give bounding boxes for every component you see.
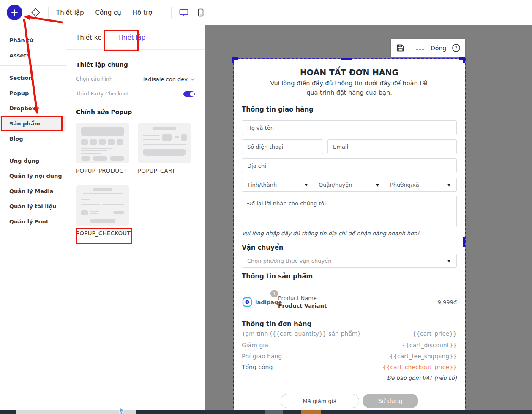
ward-placeholder: Phường/xã — [390, 182, 419, 188]
thumb-shape — [81, 202, 124, 202]
sidebar-item-quan-ly-media[interactable]: Quản lý Media — [0, 183, 66, 199]
thumb-shape — [90, 139, 97, 145]
popup-cart-cell: POPUP_CART — [138, 123, 191, 174]
chevron-down-icon — [190, 78, 195, 81]
add-element-button[interactable]: + — [7, 5, 22, 20]
name-field[interactable]: Họ và tên — [242, 120, 457, 135]
thumb-shape — [99, 139, 106, 145]
popup-subtitle-line2: quá trình đặt hàng của bạn. — [234, 89, 465, 96]
sidebar-item-quan-ly-tai-lieu[interactable]: Quản lý tài liệu — [0, 199, 66, 214]
sidebar-item-quan-ly-noi-dung[interactable]: Quản lý nội dung — [0, 168, 66, 183]
checkout-popup[interactable]: HOÀN TẤT ĐƠN HÀNG Vui lòng điền đầy đủ t… — [234, 59, 465, 411]
phone-field[interactable]: Số điện thoại — [242, 139, 323, 154]
order-row-value: {{cart_fee_shipping}} — [390, 353, 457, 360]
region-select-row: Tỉnh/thành▼ Quận/huyện▼ Phường/xã▼ — [242, 178, 457, 192]
help-icon[interactable]: ? — [452, 44, 461, 52]
thumb-shape — [143, 135, 160, 136]
sidebar-item-ung-dung[interactable]: Ứng dụng — [0, 153, 66, 168]
layers-icon[interactable] — [31, 8, 41, 17]
province-select[interactable]: Tỉnh/thành▼ — [242, 182, 314, 188]
address-field[interactable]: Địa chỉ — [242, 158, 457, 173]
shipping-method-heading: Vận chuyển — [242, 244, 284, 251]
shipping-info-heading: Thông tin giao hàng — [242, 106, 314, 113]
vat-note: Đã bao gồm VAT (nếu có) — [387, 375, 457, 381]
config-select[interactable]: ladisale con dev — [143, 76, 195, 82]
general-settings-heading: Thiết lập chung — [76, 50, 195, 68]
email-field[interactable]: Email — [327, 139, 457, 154]
thumb-shape — [113, 211, 124, 214]
thumb-shape — [108, 139, 115, 145]
thumb-shape — [81, 199, 90, 200]
email-placeholder: Email — [333, 144, 348, 150]
ladipage-icon — [242, 297, 253, 308]
popup-cart-thumbnail[interactable] — [138, 123, 191, 163]
province-placeholder: Tỉnh/thành — [247, 182, 277, 188]
thumb-shape — [175, 136, 179, 138]
toggle-knob — [190, 92, 194, 96]
sidebar-item-san-pham[interactable]: Sản phẩm — [0, 116, 66, 131]
phone-placeholder: Số điện thoại — [247, 144, 283, 150]
shipping-method-select[interactable]: Chọn phương thức vận chuyển▼ — [242, 254, 457, 268]
menu-ho-tro[interactable]: Hỗ trợ — [133, 9, 152, 16]
taskbar-sliver — [0, 410, 532, 414]
close-button[interactable]: Đóng — [431, 45, 446, 52]
sidebar-item-section[interactable]: Section — [0, 70, 66, 85]
third-party-checkout-toggle[interactable] — [183, 91, 195, 97]
popup-checkout-cell: POPUP_CHECKOUT — [76, 185, 129, 237]
taskbar-segment[interactable] — [265, 410, 283, 414]
order-row-label: Phí giao hàng — [242, 353, 282, 360]
edit-popup-heading: Chỉnh sửa Popup — [76, 109, 195, 115]
thumb-shape — [110, 156, 124, 161]
sidebar-item-popup[interactable]: Popup — [0, 85, 66, 101]
toolbar-divider — [171, 7, 172, 18]
desktop-view-icon[interactable] — [179, 8, 188, 17]
order-row-label: Tạm tính ({{cart_quantity}} sản phẩm) — [242, 330, 360, 337]
thumb-shape — [90, 213, 98, 214]
panel-tabbar: Thiết kế Thiết lập — [66, 25, 205, 50]
order-total-label: Tổng cộng — [242, 364, 273, 370]
tab-thiet-lap[interactable]: Thiết lập — [118, 34, 146, 41]
thumb-shape — [93, 188, 112, 191]
sidebar-item-blog[interactable]: Blog — [0, 131, 66, 146]
message-textarea[interactable]: Để lại lời nhắn cho chúng tôi — [242, 196, 457, 227]
taskbar-window[interactable] — [16, 410, 136, 414]
menu-thiet-lap[interactable]: Thiết lập — [56, 9, 84, 16]
thumb-shape — [83, 193, 123, 194]
save-button[interactable] — [391, 39, 410, 57]
sidebar-item-phan-tu[interactable]: Phần tử — [0, 33, 66, 48]
sidebar-item-quan-ly-font[interactable]: Quản lý Font — [0, 214, 66, 229]
sidebar-item-assets[interactable]: Assets — [0, 48, 66, 63]
coupon-code-input[interactable]: Mã giảm giá — [281, 394, 359, 408]
thumb-shape — [81, 139, 88, 145]
name-placeholder: Họ và tên — [247, 125, 274, 131]
order-info-heading: Thông tin đơn hàng — [242, 320, 311, 328]
shipping-method-placeholder: Chọn phương thức vận chuyển▼ — [242, 258, 456, 264]
ward-select[interactable]: Phường/xã▼ — [385, 182, 456, 188]
address-note: Vui lòng nhập đầy đủ thông tin địa chỉ đ… — [242, 230, 457, 237]
product-name: Product Name — [278, 295, 317, 301]
apply-coupon-button[interactable]: Sử dụng — [363, 394, 418, 408]
popup-title: HOÀN TẤT ĐƠN HÀNG — [234, 68, 465, 77]
popup-product-thumbnail[interactable] — [76, 123, 129, 163]
order-row-value: {{cart_price}} — [412, 330, 457, 337]
caret-down-icon: ▼ — [305, 183, 308, 187]
canvas-toolbar: Đóng ? — [391, 39, 465, 57]
sidebar-item-dropbox[interactable]: Dropbox — [0, 101, 66, 116]
tab-thiet-ke[interactable]: Thiết kế — [76, 34, 102, 41]
taskbar-segment[interactable] — [301, 410, 321, 414]
third-party-checkout-label: Third Party Checkout — [76, 91, 129, 97]
thumb-shape — [90, 211, 99, 212]
thumb-shape — [81, 153, 101, 154]
more-options-icon[interactable] — [416, 44, 424, 52]
order-total-value: {{cart_checkout_price}} — [383, 364, 457, 370]
config-label: Chọn cấu hình — [76, 76, 112, 82]
order-row-value: {{cart_discount}} — [402, 342, 457, 349]
district-placeholder: Quận/huyện — [319, 182, 352, 188]
popup-checkout-thumbnail[interactable] — [76, 185, 129, 226]
mobile-view-icon[interactable] — [198, 8, 204, 17]
top-toolbar: + Thiết lập Công cụ Hỗ trợ — [0, 0, 532, 25]
quantity-badge: 1 — [270, 290, 278, 297]
district-select[interactable]: Quận/huyện▼ — [314, 182, 385, 188]
menu-cong-cu[interactable]: Công cụ — [95, 9, 121, 16]
thumb-shape — [81, 148, 112, 149]
